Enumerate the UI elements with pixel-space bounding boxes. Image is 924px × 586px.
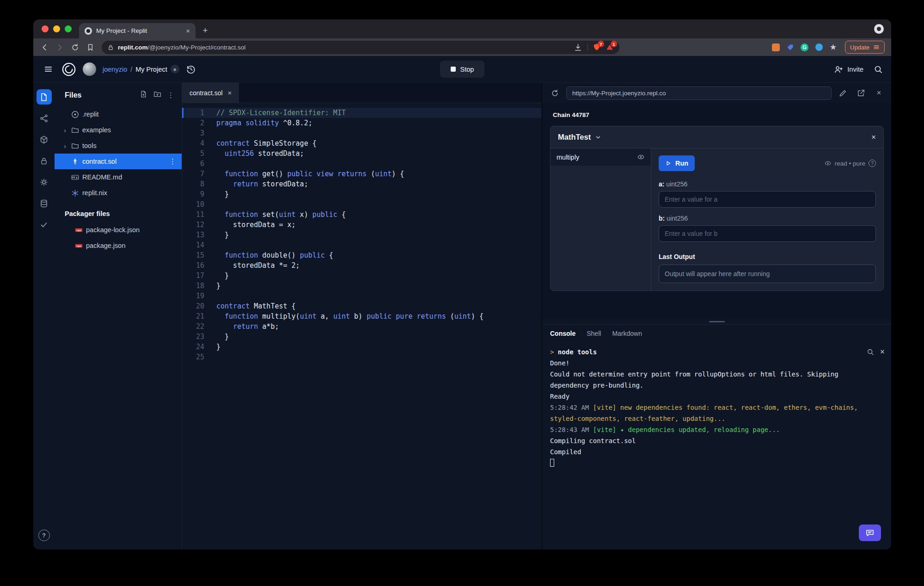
- code-line[interactable]: 25: [182, 352, 541, 362]
- minimize-window-button[interactable]: [53, 25, 60, 32]
- files-menu-kebab-icon[interactable]: ⋮: [167, 92, 174, 99]
- reload-button[interactable]: [68, 41, 82, 54]
- breadcrumb-username[interactable]: joenyzio: [103, 66, 127, 73]
- method-row-multiply[interactable]: multiply: [551, 148, 651, 166]
- new-file-icon[interactable]: [140, 90, 147, 100]
- webview-refresh-icon[interactable]: [548, 86, 562, 100]
- webview-url-input[interactable]: https://My-Project.joenyzio.repl.co: [566, 86, 832, 100]
- run-button[interactable]: Run: [659, 155, 695, 171]
- browser-tab[interactable]: My Project - Replit ×: [79, 23, 196, 38]
- webview-close-icon[interactable]: ×: [872, 86, 886, 100]
- code-line[interactable]: 20contract MathTest {: [182, 301, 541, 311]
- param-a-input[interactable]: [659, 191, 876, 208]
- code-line[interactable]: 14: [182, 240, 541, 250]
- maximize-window-button[interactable]: [65, 25, 72, 32]
- file-row[interactable]: ›tools: [55, 138, 182, 154]
- code-line[interactable]: 7 function get() public view returns (ui…: [182, 169, 541, 179]
- param-b-input[interactable]: [659, 225, 876, 242]
- code-line[interactable]: 18}: [182, 281, 541, 291]
- code-line[interactable]: 21 function multiply(uint a, uint b) pub…: [182, 311, 541, 321]
- modifiers-help-icon[interactable]: ?: [869, 160, 876, 167]
- code-line[interactable]: 2pragma solidity ^0.8.2;: [182, 118, 541, 128]
- extensions-star-icon[interactable]: ★: [829, 43, 838, 52]
- code-line[interactable]: 12 storedData = x;: [182, 220, 541, 230]
- console-search-icon[interactable]: [867, 348, 874, 356]
- file-row[interactable]: contract.sol⋮: [55, 154, 182, 169]
- chevron-down-icon[interactable]: [595, 134, 601, 141]
- file-row[interactable]: npmpackage-lock.json: [55, 222, 182, 238]
- privacy-badge[interactable]: ◆: [171, 65, 179, 74]
- search-icon[interactable]: [874, 65, 883, 74]
- bookmark-icon[interactable]: [84, 41, 97, 54]
- brave-shield-icon[interactable]: 7: [593, 43, 601, 51]
- extension-teal-icon[interactable]: [814, 43, 823, 52]
- tool-packages[interactable]: [37, 132, 52, 147]
- replit-logo-icon[interactable]: [61, 62, 76, 77]
- code-line[interactable]: 10: [182, 199, 541, 210]
- contract-card-close-icon[interactable]: ×: [871, 133, 876, 142]
- extension-tag-icon[interactable]: [786, 43, 795, 52]
- tool-secrets[interactable]: [37, 153, 52, 168]
- browser-profile-icon[interactable]: [874, 24, 884, 34]
- file-row[interactable]: .replit: [55, 106, 182, 122]
- tool-checks[interactable]: [37, 217, 52, 232]
- code-line[interactable]: 3: [182, 128, 541, 138]
- code-line[interactable]: 22 return a*b;: [182, 321, 541, 332]
- file-row[interactable]: ›examples: [55, 122, 182, 138]
- chat-button[interactable]: [859, 524, 881, 541]
- webview-edit-icon[interactable]: [836, 86, 850, 100]
- file-row[interactable]: replit.nix: [55, 185, 182, 201]
- open-in-new-tab-icon[interactable]: [854, 86, 868, 100]
- download-icon[interactable]: [573, 42, 583, 52]
- code-line[interactable]: 15 function double() public {: [182, 250, 541, 260]
- back-button[interactable]: [38, 41, 51, 54]
- code-line[interactable]: 8 return storedData;: [182, 179, 541, 189]
- breadcrumb-project[interactable]: My Project: [135, 66, 167, 73]
- file-row[interactable]: README.md: [55, 169, 182, 185]
- code-line[interactable]: 23 }: [182, 332, 541, 342]
- code-line[interactable]: 9 }: [182, 189, 541, 199]
- tool-version-control[interactable]: [37, 111, 52, 126]
- contract-card-title[interactable]: MathTest: [558, 133, 591, 142]
- url-bar[interactable]: replit.com/@joenyzio/My-Project#contract…: [102, 41, 619, 54]
- invite-button[interactable]: Invite: [834, 65, 863, 74]
- resize-handle[interactable]: [709, 321, 725, 322]
- code-line[interactable]: 19: [182, 291, 541, 301]
- new-folder-icon[interactable]: [153, 90, 161, 100]
- alert-icon[interactable]: 1: [606, 43, 614, 51]
- code-editor[interactable]: 1// SPDX-License-Identifier: MIT2pragma …: [182, 103, 541, 549]
- console-clear-icon[interactable]: ×: [880, 348, 885, 356]
- extension-orange-icon[interactable]: [771, 43, 780, 52]
- code-line[interactable]: 17 }: [182, 271, 541, 281]
- history-icon[interactable]: [186, 64, 196, 74]
- code-line[interactable]: 16 storedData *= 2;: [182, 260, 541, 271]
- code-line[interactable]: 24}: [182, 342, 541, 352]
- editor-tab[interactable]: contract.sol ×: [182, 83, 239, 103]
- update-button[interactable]: Update: [845, 41, 885, 54]
- code-line[interactable]: 1// SPDX-License-Identifier: MIT: [182, 108, 541, 118]
- tool-database[interactable]: [37, 196, 52, 211]
- code-line[interactable]: 11 function set(uint x) public {: [182, 210, 541, 220]
- code-line[interactable]: 4contract SimpleStorage {: [182, 138, 541, 148]
- file-row[interactable]: npmpackage.json: [55, 238, 182, 253]
- code-line[interactable]: 6: [182, 159, 541, 169]
- file-kebab-icon[interactable]: ⋮: [169, 157, 176, 166]
- tab-close-icon[interactable]: ×: [186, 27, 190, 34]
- panel-resize-divider[interactable]: [543, 319, 891, 324]
- code-line[interactable]: 13 }: [182, 230, 541, 240]
- avatar[interactable]: [83, 62, 96, 76]
- tool-files[interactable]: [37, 89, 52, 105]
- help-icon[interactable]: ?: [38, 530, 50, 541]
- console-tab-console[interactable]: Console: [550, 330, 575, 337]
- extension-grammarly-icon[interactable]: G: [800, 43, 809, 52]
- editor-tab-close-icon[interactable]: ×: [228, 89, 232, 96]
- close-window-button[interactable]: [42, 25, 49, 32]
- hamburger-menu-icon[interactable]: [42, 62, 55, 76]
- code-line[interactable]: 5 uint256 storedData;: [182, 148, 541, 159]
- console-tab-shell[interactable]: Shell: [587, 330, 601, 337]
- console-tab-markdown[interactable]: Markdown: [612, 330, 642, 337]
- stop-button[interactable]: Stop: [440, 61, 484, 78]
- new-tab-button[interactable]: +: [198, 24, 212, 37]
- forward-button[interactable]: [53, 41, 67, 54]
- tool-settings[interactable]: [37, 174, 52, 190]
